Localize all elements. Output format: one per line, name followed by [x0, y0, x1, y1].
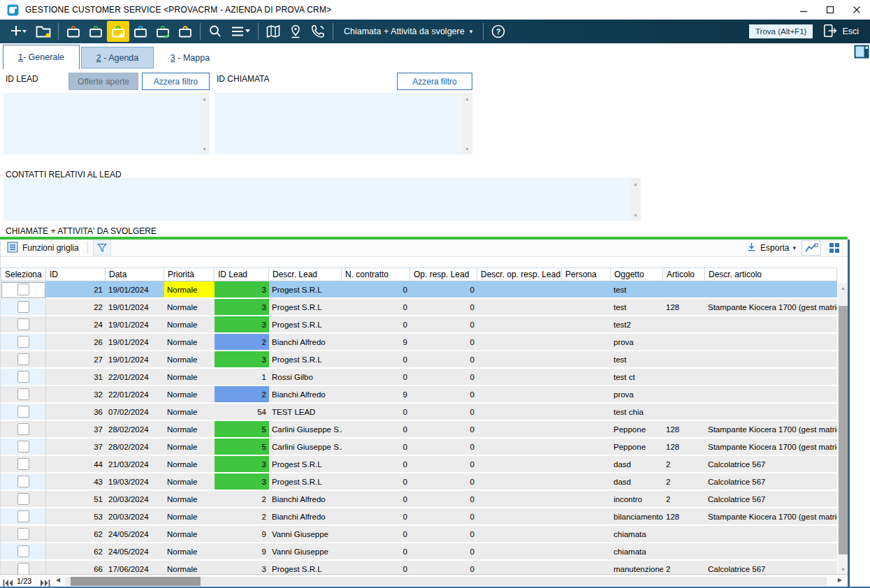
- row-checkbox[interactable]: [17, 301, 29, 313]
- tab-mappa[interactable]: 3 - Mappa: [155, 47, 225, 68]
- row-checkbox[interactable]: [17, 371, 29, 383]
- case-new-active-icon[interactable]: [107, 21, 129, 42]
- column-header-5[interactable]: Descr. Lead: [269, 267, 342, 281]
- select-cell[interactable]: [1, 561, 46, 574]
- table-row[interactable]: 5120/03/2024Normale2Bianchi Alfredo00inc…: [1, 491, 837, 508]
- vertical-scrollbar-thumb[interactable]: [839, 306, 848, 554]
- select-cell[interactable]: [1, 386, 46, 404]
- scroll-down-icon[interactable]: ▼: [199, 144, 210, 154]
- table-row[interactable]: 6224/05/2024Normale9Vanni Giuseppe00chia…: [1, 543, 837, 561]
- select-cell[interactable]: [1, 543, 46, 561]
- row-checkbox[interactable]: [17, 284, 29, 295]
- tab-agenda[interactable]: 2 - Agenda: [81, 47, 154, 68]
- map-icon[interactable]: [262, 21, 284, 42]
- select-cell[interactable]: [1, 508, 46, 526]
- column-header-9[interactable]: Persona: [562, 267, 611, 281]
- horizontal-scrollbar-thumb[interactable]: [71, 577, 201, 586]
- side-panel-toggle-icon[interactable]: [854, 45, 869, 59]
- azzera-filtro-lead-button[interactable]: Azzera filtro: [142, 73, 210, 90]
- table-row[interactable]: 3222/01/2024Normale2Bianchi Alfredo90pro…: [1, 386, 837, 404]
- listbox-scrollbar[interactable]: ▲ ▼: [199, 93, 210, 154]
- horizontal-scrollbar[interactable]: [65, 577, 827, 586]
- select-cell[interactable]: [1, 491, 46, 508]
- column-header-7[interactable]: Op. resp. Lead: [410, 267, 477, 281]
- table-row[interactable]: 3607/02/2024Normale54TEST LEAD00test chi…: [1, 404, 837, 421]
- column-header-4[interactable]: ID Lead: [215, 267, 269, 281]
- row-checkbox[interactable]: [17, 423, 29, 435]
- row-checkbox[interactable]: [17, 493, 29, 505]
- funzioni-griglia-button[interactable]: Funzioni griglia: [1, 240, 85, 256]
- column-header-8[interactable]: Descr. op. resp. Lead: [477, 267, 562, 281]
- open-folder-icon[interactable]: [32, 21, 55, 42]
- minimize-button[interactable]: [790, 0, 817, 20]
- view-selector-dropdown[interactable]: Chiamata + Attività da svolgere ▾: [337, 27, 479, 36]
- table-row[interactable]: 3122/01/2024Normale1Rossi Gilbo00test ct: [1, 369, 837, 386]
- table-row[interactable]: 2219/01/2024Normale3Progest S.R.L00test1…: [1, 299, 837, 316]
- contatti-listbox[interactable]: ▲ ▼: [3, 178, 641, 221]
- close-button[interactable]: [843, 0, 870, 20]
- case-yellow-icon[interactable]: [174, 21, 196, 42]
- column-header-6[interactable]: N. contratto: [342, 267, 410, 281]
- vertical-scrollbar[interactable]: ▲ ▼: [838, 283, 848, 574]
- case-orange-icon[interactable]: [62, 21, 85, 42]
- menu-icon[interactable]: [226, 21, 254, 42]
- case-green-icon[interactable]: [85, 21, 107, 42]
- offerte-aperte-button[interactable]: Offerte aperte: [68, 73, 138, 90]
- panel-splitter[interactable]: [848, 240, 850, 588]
- row-checkbox[interactable]: [17, 406, 29, 418]
- table-row[interactable]: 6224/05/2024Normale9Vanni Giuseppe00chia…: [1, 526, 837, 543]
- table-row[interactable]: 3728/02/2024Normale5Carlini Giuseppe S.A…: [1, 421, 837, 439]
- table-row[interactable]: 3728/02/2024Normale5Carlini Giuseppe S.A…: [1, 439, 837, 456]
- id-lead-listbox[interactable]: ▲ ▼: [3, 93, 210, 154]
- select-cell[interactable]: [1, 473, 46, 491]
- help-icon[interactable]: ?: [487, 21, 509, 42]
- phone-icon[interactable]: [307, 21, 329, 42]
- chart-view-button[interactable]: [802, 240, 821, 256]
- select-cell[interactable]: [1, 281, 46, 299]
- column-header-10[interactable]: Oggetto: [611, 267, 663, 281]
- listbox-scrollbar[interactable]: ▲ ▼: [462, 93, 472, 154]
- filter-funnel-icon[interactable]: [93, 240, 111, 256]
- scroll-up-icon[interactable]: ▲: [630, 179, 641, 189]
- scroll-up-icon[interactable]: ▲: [199, 94, 210, 103]
- maximize-button[interactable]: [817, 0, 843, 20]
- row-checkbox[interactable]: [17, 563, 29, 574]
- select-cell[interactable]: [1, 351, 46, 369]
- table-row[interactable]: 2719/01/2024Normale3Progest S.R.L00test: [1, 351, 837, 369]
- select-cell[interactable]: [1, 316, 46, 334]
- select-cell[interactable]: [1, 404, 46, 421]
- row-checkbox[interactable]: [17, 545, 29, 557]
- scroll-left-icon[interactable]: ◀: [56, 577, 60, 583]
- select-cell[interactable]: [1, 439, 46, 456]
- scroll-down-icon[interactable]: ▼: [462, 144, 472, 154]
- select-cell[interactable]: [1, 369, 46, 386]
- column-header-3[interactable]: Priorità: [164, 267, 215, 281]
- id-chiamata-listbox[interactable]: ▲ ▼: [215, 93, 472, 154]
- table-row[interactable]: 4421/03/2024Normale3Progest S.R.L00dasd2…: [1, 456, 837, 473]
- scroll-up-icon[interactable]: ▲: [838, 283, 848, 293]
- scroll-up-icon[interactable]: ▲: [462, 94, 472, 103]
- row-checkbox[interactable]: [17, 353, 29, 365]
- select-cell[interactable]: [1, 299, 46, 316]
- row-checkbox[interactable]: [17, 510, 29, 522]
- column-header-1[interactable]: ID: [46, 267, 106, 281]
- select-cell[interactable]: [1, 456, 46, 473]
- scroll-down-icon[interactable]: ▼: [838, 564, 848, 574]
- search-icon[interactable]: [204, 21, 226, 42]
- column-header-12[interactable]: Descr. articolo: [705, 267, 837, 281]
- map-pin-icon[interactable]: [284, 21, 307, 42]
- select-cell[interactable]: [1, 334, 46, 351]
- row-checkbox[interactable]: [17, 476, 29, 487]
- scroll-right-icon[interactable]: ▶: [838, 577, 842, 583]
- row-checkbox[interactable]: [17, 528, 29, 540]
- select-cell[interactable]: [1, 526, 46, 543]
- azzera-filtro-chiamata-button[interactable]: Azzera filtro: [397, 73, 472, 90]
- exit-button[interactable]: Esci: [815, 23, 866, 41]
- table-row[interactable]: 2119/01/2024Normale3Progest S.R.L00test: [1, 281, 837, 299]
- grid-view-button[interactable]: [827, 241, 842, 255]
- row-checkbox[interactable]: [17, 441, 29, 453]
- column-header-11[interactable]: Articolo: [663, 267, 705, 281]
- row-checkbox[interactable]: [17, 388, 29, 400]
- new-record-button[interactable]: [4, 21, 32, 42]
- esporta-button[interactable]: Esporta ▾: [746, 242, 796, 254]
